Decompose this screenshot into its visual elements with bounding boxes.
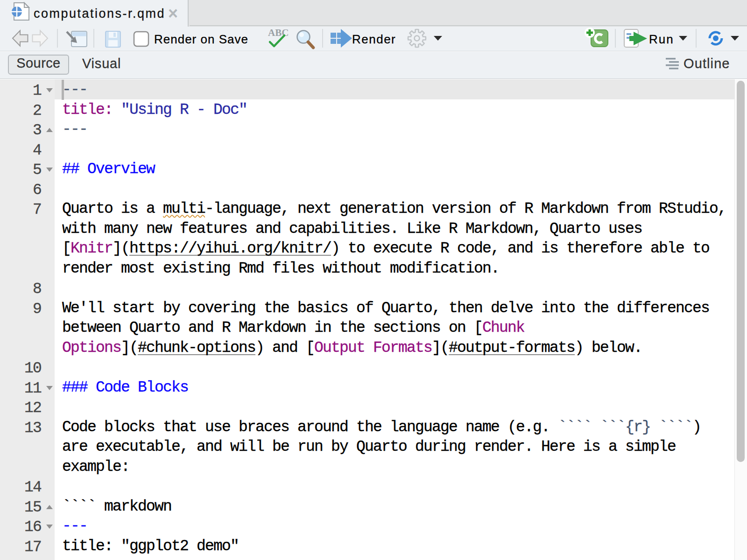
svg-text:ABC: ABC	[268, 27, 289, 38]
